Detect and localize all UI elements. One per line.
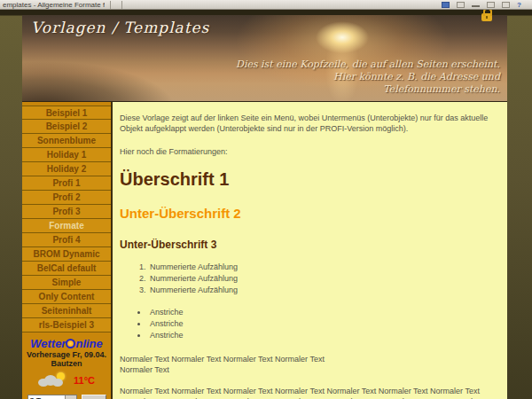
sidebar-item-simple[interactable]: Simple — [22, 276, 111, 290]
browser-zoom-icon[interactable] — [487, 2, 495, 8]
normal-text-line: Normaler Text Normaler Text Normaler Tex… — [120, 355, 325, 364]
select-value: 3 Tage — [28, 395, 65, 399]
page-title: Vorlagen / Templates — [31, 19, 209, 36]
numbered-list-item: Nummerierte Aufzählung — [148, 273, 500, 285]
sidebar-item-profi-2[interactable]: Profi 2 — [22, 191, 111, 205]
sidebar-item-profi-3[interactable]: Profi 3 — [22, 205, 111, 219]
sidebar-item-seiteninhalt[interactable]: Seiteninhalt — [22, 304, 111, 318]
numbered-list-item: Nummerierte Aufzählung — [148, 262, 500, 273]
long-text-paragraph: Normaler Text Normaler Text Normaler Tex… — [120, 386, 500, 399]
sidebar-item-sonnenblume[interactable]: Sonnenblume — [22, 134, 111, 148]
logo-text-nline: nline — [75, 337, 102, 350]
toolbar-separator — [121, 1, 122, 9]
forecast-range-select[interactable]: 3 Tage ▼ — [27, 395, 77, 399]
formats-label: Hier noch die Formatierungen: — [120, 146, 500, 157]
padlock-icon[interactable] — [481, 13, 492, 21]
header-image: Vorlagen / Templates Dies ist eine Kopfz… — [22, 15, 507, 102]
header-note-line: Hier könnte z. B. die Adresse und — [236, 71, 500, 83]
go-button[interactable]: GO — [82, 395, 106, 399]
browser-page-icon[interactable] — [502, 2, 510, 8]
sidebar-item-holiday-2[interactable]: Holiday 2 — [22, 162, 111, 176]
bullet-list-item: Anstriche — [148, 330, 500, 341]
sidebar-menu: Beispiel 1 Beispiel 2 Sonnenblume Holida… — [22, 106, 111, 332]
browser-help-icon[interactable]: ? — [517, 2, 525, 8]
header-note-line: Telefonnummer stehen. — [236, 83, 500, 96]
temperature-value: 11°C — [74, 375, 95, 386]
heading-3: Unter-Überschrift 3 — [120, 239, 500, 251]
sidebar-item-profi-1[interactable]: Profi 1 — [22, 176, 111, 191]
chevron-down-icon[interactable]: ▼ — [65, 395, 76, 399]
sidebar-item-profi-4[interactable]: Profi 4 — [22, 233, 111, 247]
intro-paragraph: Diese Vorlage zeigt auf der linken Seite… — [120, 113, 500, 134]
sidebar-item-formate[interactable]: Formate — [22, 219, 111, 233]
numbered-list-item: Nummerierte Aufzählung — [148, 285, 500, 296]
numbered-list: Nummerierte Aufzählung Nummerierte Aufzä… — [120, 262, 500, 296]
browser-minimize-icon[interactable] — [472, 3, 480, 7]
normal-text-paragraph: Normaler Text Normaler Text Normaler Tex… — [120, 354, 500, 375]
weather-widget: Wetternline Vorhersage Fr, 09.04. Bautze… — [22, 338, 111, 399]
browser-toolbar: emplates - Allgemeine Formate für Texte … — [0, 0, 532, 10]
logo-text-wetter: Wetter — [30, 337, 66, 350]
sidebar-item-belcal-default[interactable]: BelCal default — [22, 262, 111, 276]
cloud-sun-icon — [38, 375, 65, 387]
browser-tab-title[interactable]: emplates - Allgemeine Formate für Texte … — [0, 1, 105, 9]
browser-bookmark-icon[interactable] — [442, 2, 450, 8]
heading-1: Überschrift 1 — [120, 169, 500, 190]
browser-print-icon[interactable] — [457, 2, 465, 8]
template-page: Vorlagen / Templates Dies ist eine Kopfz… — [22, 15, 507, 399]
normal-text-line: Normaler Text — [120, 365, 169, 374]
heading-2: Unter-Überschrift 2 — [120, 206, 500, 221]
sidebar-item-rls-beispiel-3[interactable]: rls-Beispiel 3 — [22, 318, 111, 332]
sidebar-item-beispiel-1[interactable]: Beispiel 1 — [22, 106, 111, 120]
sidebar-item-holiday-1[interactable]: Holiday 1 — [22, 148, 111, 162]
header-note: Dies ist eine Kopfzeile, die auf allen S… — [236, 59, 500, 96]
forecast-city: Bautzen — [22, 359, 111, 368]
header-note-line: Dies ist eine Kopfzeile, die auf allen S… — [236, 59, 500, 71]
sidebar-item-only-content[interactable]: Only Content — [22, 290, 111, 304]
sun-o-icon — [66, 339, 75, 348]
bullet-list-item: Anstriche — [148, 318, 500, 330]
forecast-label: Vorhersage Fr, 09.04. — [22, 350, 111, 359]
sidebar-item-brom-dynamic[interactable]: BROM Dynamic — [22, 247, 111, 262]
bullet-list: Anstriche Anstriche Anstriche — [120, 307, 500, 341]
wetteronline-logo[interactable]: Wetternline — [22, 338, 111, 350]
bullet-list-item: Anstriche — [148, 307, 500, 318]
toolbar-separator — [110, 1, 111, 9]
sidebar: Beispiel 1 Beispiel 2 Sonnenblume Holida… — [22, 102, 113, 399]
main-content: Diese Vorlage zeigt auf der linken Seite… — [113, 102, 507, 399]
sidebar-item-beispiel-2[interactable]: Beispiel 2 — [22, 120, 111, 134]
